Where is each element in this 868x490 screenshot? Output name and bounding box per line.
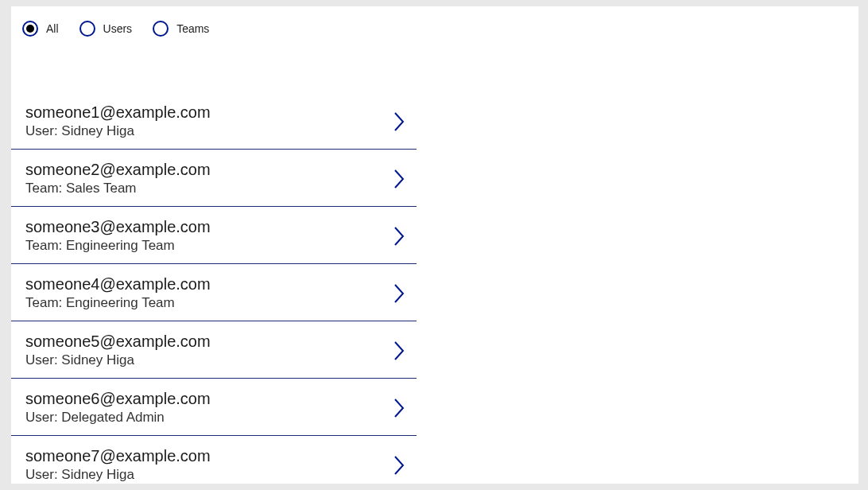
list-item-email: someone3@example.com xyxy=(25,218,211,236)
app-panel: All Users Teams someone1@example.comUser… xyxy=(11,6,858,484)
results-list[interactable]: someone1@example.comUser: Sidney Higasom… xyxy=(11,92,417,482)
list-item[interactable]: someone6@example.comUser: Delegated Admi… xyxy=(11,379,417,436)
chevron-right-icon xyxy=(391,339,409,363)
list-item-text: someone6@example.comUser: Delegated Admi… xyxy=(25,390,211,426)
list-item[interactable]: someone4@example.comTeam: Engineering Te… xyxy=(11,264,417,321)
list-item-text: someone5@example.comUser: Sidney Higa xyxy=(25,332,211,368)
chevron-right-icon xyxy=(391,396,409,420)
chevron-right-icon xyxy=(391,282,409,305)
list-item[interactable]: someone7@example.comUser: Sidney Higa xyxy=(11,436,417,482)
chevron-right-icon xyxy=(391,110,409,134)
list-item-text: someone3@example.comTeam: Engineering Te… xyxy=(25,218,211,254)
list-item[interactable]: someone3@example.comTeam: Engineering Te… xyxy=(11,207,417,264)
chevron-right-icon xyxy=(391,224,409,248)
list-item-email: someone5@example.com xyxy=(25,332,211,351)
list-item-text: someone7@example.comUser: Sidney Higa xyxy=(25,447,211,482)
chevron-right-icon xyxy=(391,453,409,477)
list-item-subtitle: Team: Engineering Team xyxy=(25,238,211,254)
filter-radio-label: Teams xyxy=(176,22,209,35)
list-item-text: someone2@example.comTeam: Sales Team xyxy=(25,161,211,196)
list-item-email: someone7@example.com xyxy=(25,447,211,465)
radio-icon xyxy=(79,21,95,37)
filter-radio-all[interactable]: All xyxy=(22,21,59,37)
list-item-email: someone4@example.com xyxy=(25,275,211,294)
list-item-email: someone6@example.com xyxy=(25,390,211,408)
list-item-subtitle: User: Sidney Higa xyxy=(25,352,211,368)
list-item-subtitle: User: Delegated Admin xyxy=(25,410,211,426)
filter-radio-teams[interactable]: Teams xyxy=(153,21,209,37)
filter-radio-row: All Users Teams xyxy=(11,6,858,45)
list-item-subtitle: Team: Engineering Team xyxy=(25,295,211,311)
list-item-subtitle: Team: Sales Team xyxy=(25,181,211,196)
filter-radio-users[interactable]: Users xyxy=(79,21,133,37)
list-item-email: someone1@example.com xyxy=(25,103,211,122)
list-item[interactable]: someone5@example.comUser: Sidney Higa xyxy=(11,321,417,379)
radio-icon xyxy=(22,21,38,37)
list-item[interactable]: someone1@example.comUser: Sidney Higa xyxy=(11,92,417,150)
list-item-text: someone4@example.comTeam: Engineering Te… xyxy=(25,275,211,311)
list-item-email: someone2@example.com xyxy=(25,161,211,179)
list-item[interactable]: someone2@example.comTeam: Sales Team xyxy=(11,150,417,207)
chevron-right-icon xyxy=(391,167,409,191)
filter-radio-label: Users xyxy=(103,22,133,35)
list-item-text: someone1@example.comUser: Sidney Higa xyxy=(25,103,211,139)
list-item-subtitle: User: Sidney Higa xyxy=(25,123,211,139)
filter-radio-label: All xyxy=(46,22,59,35)
radio-icon xyxy=(153,21,169,37)
list-item-subtitle: User: Sidney Higa xyxy=(25,467,211,482)
